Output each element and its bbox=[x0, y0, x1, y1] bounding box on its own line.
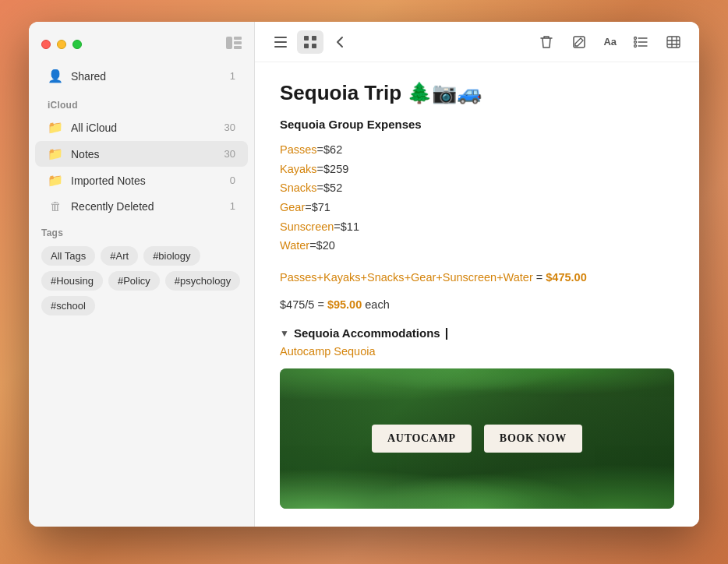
notes-window: 👤 Shared 1 iCloud 📁 All iCloud 30 📁 Note… bbox=[29, 22, 699, 527]
gear-link[interactable]: Gear bbox=[280, 201, 305, 213]
tag-psychology[interactable]: #psychology bbox=[165, 271, 240, 291]
notes-label: Notes bbox=[71, 148, 217, 160]
svg-rect-18 bbox=[667, 37, 680, 48]
sidebar-item-imported-notes[interactable]: 📁 Imported Notes 0 bbox=[35, 167, 248, 193]
tag-art[interactable]: #Art bbox=[101, 246, 138, 266]
svg-point-14 bbox=[634, 44, 637, 47]
sidebar-item-all-icloud[interactable]: 📁 All iCloud 30 bbox=[35, 115, 248, 140]
imported-notes-label: Imported Notes bbox=[71, 174, 222, 187]
all-icloud-label: All iCloud bbox=[71, 122, 217, 134]
foliage-decoration-top bbox=[280, 368, 674, 415]
tags-section-label: Tags bbox=[41, 227, 242, 238]
sidebar-nav: 👤 Shared 1 iCloud 📁 All iCloud 30 📁 Note… bbox=[29, 62, 254, 527]
font-button[interactable]: Aa bbox=[599, 30, 621, 54]
sidebar-item-notes[interactable]: 📁 Notes 30 bbox=[35, 141, 248, 167]
tags-section: Tags All Tags #Art #biology #Housing #Po… bbox=[29, 221, 254, 325]
expense-snacks: Snacks=$52 bbox=[280, 178, 674, 198]
recently-deleted-icon: 🗑 bbox=[48, 199, 63, 213]
accommodations-section-row: ▼ Sequoia Accommodations| bbox=[280, 326, 674, 340]
chevron-down-icon[interactable]: ▼ bbox=[280, 328, 289, 339]
svg-rect-1 bbox=[234, 37, 242, 40]
tag-school[interactable]: #school bbox=[41, 296, 95, 315]
total-kayaks-link[interactable]: Kayaks bbox=[323, 271, 361, 284]
toolbar-right: Aa bbox=[533, 30, 687, 54]
shared-count: 1 bbox=[230, 70, 235, 82]
svg-rect-7 bbox=[304, 36, 309, 41]
minimize-button[interactable] bbox=[57, 40, 66, 49]
all-icloud-count: 30 bbox=[224, 122, 235, 133]
svg-point-12 bbox=[634, 37, 637, 39]
svg-rect-10 bbox=[312, 44, 316, 48]
all-icloud-icon: 📁 bbox=[48, 120, 63, 135]
note-title: Sequoia Trip 🌲📷🚙 bbox=[280, 81, 674, 105]
total-line: Passes+Kayaks+Snacks+Gear+Sunscreen+Wate… bbox=[280, 268, 674, 287]
per-person-amount: $95.00 bbox=[327, 298, 362, 311]
svg-rect-4 bbox=[274, 37, 287, 38]
kayaks-link[interactable]: Kayaks bbox=[280, 163, 317, 175]
total-water-link[interactable]: Water bbox=[504, 271, 533, 284]
imported-notes-icon: 📁 bbox=[48, 173, 63, 188]
water-link[interactable]: Water bbox=[280, 239, 309, 252]
back-button[interactable] bbox=[327, 30, 353, 54]
expense-gear: Gear=$71 bbox=[280, 198, 674, 217]
total-amount: $475.00 bbox=[546, 271, 586, 284]
tag-all-tags[interactable]: All Tags bbox=[41, 246, 95, 266]
passes-link[interactable]: Passes bbox=[280, 143, 317, 156]
total-passes-link[interactable]: Passes bbox=[280, 271, 317, 284]
sidebar-item-shared[interactable]: 👤 Shared 1 bbox=[35, 63, 248, 89]
expense-water: Water=$20 bbox=[280, 236, 674, 256]
tag-biology[interactable]: #biology bbox=[143, 246, 200, 266]
per-person-suffix: each bbox=[362, 298, 389, 311]
foliage-decoration-bottom bbox=[280, 446, 674, 509]
sunscreen-link[interactable]: Sunscreen bbox=[280, 220, 334, 233]
svg-rect-0 bbox=[226, 37, 232, 49]
font-label: Aa bbox=[603, 36, 617, 48]
expense-passes: Passes=$62 bbox=[280, 140, 674, 160]
shared-section: 👤 Shared 1 bbox=[29, 63, 254, 89]
total-snacks-link[interactable]: Snacks bbox=[367, 271, 405, 284]
shared-label: Shared bbox=[71, 70, 222, 83]
svg-rect-5 bbox=[274, 41, 287, 43]
expense-list: Passes=$62 Kayaks=$259 Snacks=$52 Gear=$… bbox=[280, 140, 674, 256]
per-person-formula: $475/5 = bbox=[280, 298, 327, 311]
tag-policy[interactable]: #Policy bbox=[108, 271, 160, 291]
note-editor[interactable]: Sequoia Trip 🌲📷🚙 Sequoia Group Expenses … bbox=[255, 62, 699, 527]
imported-notes-count: 0 bbox=[230, 174, 235, 186]
per-person-line: $475/5 = $95.00 each bbox=[280, 298, 674, 311]
total-sunscreen-link[interactable]: Sunscreen bbox=[443, 271, 497, 284]
toolbar: Aa bbox=[255, 22, 699, 62]
toolbar-left bbox=[267, 30, 353, 54]
autocamp-link[interactable]: Autocamp Sequoia bbox=[280, 345, 674, 358]
expense-kayaks: Kayaks=$259 bbox=[280, 160, 674, 179]
total-equals: = bbox=[536, 271, 546, 284]
svg-rect-3 bbox=[234, 46, 242, 49]
close-button[interactable] bbox=[41, 40, 51, 49]
recently-deleted-label: Recently Deleted bbox=[71, 200, 222, 213]
checklist-button[interactable] bbox=[627, 30, 654, 54]
notes-count: 30 bbox=[224, 148, 235, 160]
expenses-heading: Sequoia Group Expenses bbox=[280, 118, 674, 131]
tags-grid: All Tags #Art #biology #Housing #Policy … bbox=[41, 246, 242, 315]
maximize-button[interactable] bbox=[72, 40, 82, 49]
notes-folder-icon: 📁 bbox=[48, 146, 63, 161]
svg-rect-6 bbox=[274, 46, 287, 48]
recently-deleted-count: 1 bbox=[230, 200, 235, 212]
snacks-link[interactable]: Snacks bbox=[280, 182, 317, 194]
icloud-section-label: iCloud bbox=[29, 92, 254, 114]
total-gear-link[interactable]: Gear bbox=[411, 271, 436, 284]
autocamp-image: AUTOCAMP BOOK NOW bbox=[280, 368, 674, 509]
main-content: Aa bbox=[255, 22, 699, 527]
svg-rect-9 bbox=[304, 44, 309, 48]
table-button[interactable] bbox=[660, 30, 687, 54]
compose-button[interactable] bbox=[566, 30, 592, 54]
tag-housing[interactable]: #Housing bbox=[41, 271, 103, 291]
icloud-section: iCloud 📁 All iCloud 30 📁 Notes 30 📁 Impo… bbox=[29, 92, 254, 218]
list-view-button[interactable] bbox=[267, 30, 294, 54]
sidebar-item-recently-deleted[interactable]: 🗑 Recently Deleted 1 bbox=[35, 194, 248, 218]
sidebar-toggle-button[interactable] bbox=[226, 37, 242, 52]
sidebar: 👤 Shared 1 iCloud 📁 All iCloud 30 📁 Note… bbox=[29, 22, 255, 527]
delete-button[interactable] bbox=[533, 30, 560, 54]
svg-point-13 bbox=[634, 41, 637, 43]
grid-view-button[interactable] bbox=[297, 30, 323, 54]
accommodations-heading: Sequoia Accommodations bbox=[294, 326, 440, 340]
